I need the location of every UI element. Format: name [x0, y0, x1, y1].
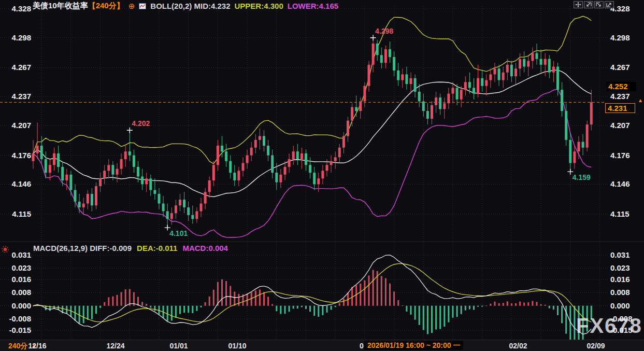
macd-tick-left: 0.008 [0, 288, 31, 297]
macd-diff-value: DIFF:-0.009 [90, 244, 132, 252]
instrument-title: 美债10年收益率【240分】 [33, 1, 124, 11]
price-tick-left: 4.207 [0, 121, 31, 130]
price-tick-left: 4.298 [0, 33, 31, 43]
cross-arrows-icon[interactable] [574, 1, 583, 8]
last-price-badge: 4.231 [605, 103, 635, 113]
boll-mid-value: MID:4.232 [194, 2, 230, 10]
price-up-arrow-icon: ▲ [638, 97, 643, 103]
macd-tick-right: -0.015 [610, 326, 633, 335]
extreme-price-annotation: 4.159 [573, 173, 591, 181]
macd-tick-left: 0.000 [0, 301, 31, 311]
price-tick-right: 4.267 [610, 63, 630, 72]
macd-tick-right: -0.008 [610, 314, 633, 324]
date-label: 12/24 [106, 342, 124, 350]
macd-tick-right: 0.016 [610, 275, 630, 284]
price-tick-right: 4.176 [610, 151, 630, 160]
frame-arrow-up-right-icon[interactable] [605, 1, 614, 8]
price-tick-left: 4.115 [0, 209, 31, 219]
price-tick-left: 4.237 [0, 92, 31, 101]
alert-price-badge: 4.252 [606, 82, 636, 91]
price-tick-right: 4.115 [610, 209, 629, 219]
indicator-chart-icon [139, 3, 146, 9]
chart-header: 美债10年收益率【240分】 ⊕ BOLL(20,2) MID:4.232 UP… [33, 1, 338, 11]
candlestick-layer [32, 38, 593, 228]
instrument-name: 美债10年收益率 [33, 1, 88, 10]
period-selector[interactable]: 240分 [8, 342, 27, 351]
macd-dea-value: DEA:-0.011 [137, 244, 177, 252]
price-tick-left: 4.267 [0, 63, 31, 72]
macd-tick-left: 0.023 [0, 263, 31, 273]
price-tick-right: 4.237 [610, 92, 630, 101]
macd-tick-left: 0.016 [0, 275, 31, 284]
crosshair-marker-icon [370, 35, 376, 40]
date-label: 01/01 [169, 342, 188, 350]
macd-hist-value: MACD:0.004 [182, 244, 228, 252]
price-tick-right: 4.146 [610, 179, 630, 189]
annotation-layer: 4.2024.1014.2984.159 [127, 27, 591, 237]
macd-tick-right: 0.023 [610, 263, 630, 273]
macd-tick-right: 0.031 [610, 250, 630, 260]
price-tick-right: 4.207 [610, 121, 630, 130]
macd-tick-left: -0.015 [0, 326, 31, 335]
partial-date-label: 0 [360, 342, 364, 350]
date-label: 01/10 [228, 342, 246, 350]
bollinger-bands-layer [33, 16, 591, 237]
macd-tick-left: -0.008 [0, 314, 31, 324]
crosshair-time-tooltip: 2026/01/19 16:00 ~ 20:00 一 [364, 341, 463, 350]
price-tick-left: 4.176 [0, 151, 31, 160]
macd-layer [33, 255, 592, 346]
trading-chart-window: 4.2024.1014.2984.159 美债10年收益率【240分】 ⊕ BO… [0, 0, 644, 351]
extreme-price-annotation: 4.298 [375, 27, 393, 35]
date-label: 02/09 [586, 342, 605, 350]
period-tag: 【240分】 [88, 1, 124, 10]
extreme-price-annotation: 4.202 [132, 119, 150, 128]
frame-arrow-down-right-icon[interactable] [594, 1, 604, 8]
macd-tick-right: 0.000 [610, 301, 630, 311]
crosshair-marker-icon [127, 128, 133, 133]
date-label: 02/02 [509, 342, 527, 350]
macd-params-label: MACD(26,12,9) DIFF:-0.009 [33, 244, 132, 252]
boll-upper-value: UPPER:4.300 [235, 2, 283, 10]
circle-plus-icon[interactable]: ⊕ [128, 2, 135, 10]
macd-header: MACD(26,12,9) DIFF:-0.009 DEA:-0.011 MAC… [33, 244, 228, 252]
frame-arrow-down-left-icon[interactable] [584, 1, 593, 8]
date-label: 12/16 [28, 342, 46, 350]
macd-tick-right: 0.008 [610, 288, 630, 297]
price-tick-right: 4.298 [610, 33, 630, 43]
boll-params-label: BOLL(20,2) MID:4.232 [150, 2, 230, 10]
boll-lower-value: LOWER:4.165 [288, 2, 338, 10]
price-tick-left: 4.328 [0, 4, 31, 13]
time-axis-bar: 240分 ▲ 0 2026/01/19 16:00 ~ 20:00 一 12/1… [0, 340, 644, 351]
grid-layer [0, 6, 608, 339]
price-tick-left: 4.146 [0, 179, 31, 189]
live-dot-icon [1, 245, 9, 256]
extreme-price-annotation: 4.101 [169, 229, 188, 237]
chart-toolbar [574, 1, 614, 8]
